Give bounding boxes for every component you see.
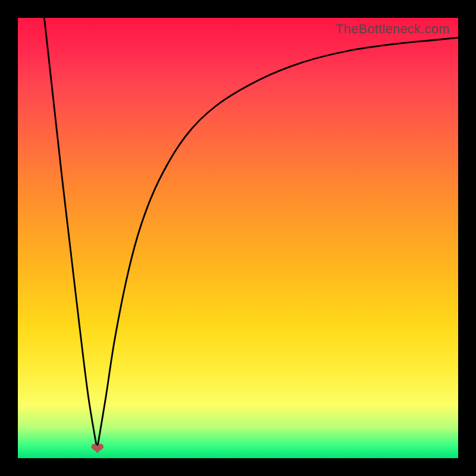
heart-icon: ❤ xyxy=(90,441,104,458)
chart-frame: TheBottleneck.com ❤ xyxy=(0,0,476,476)
curve-path xyxy=(44,18,458,449)
plot-area: TheBottleneck.com ❤ xyxy=(18,18,458,458)
bottleneck-curve xyxy=(18,18,458,458)
